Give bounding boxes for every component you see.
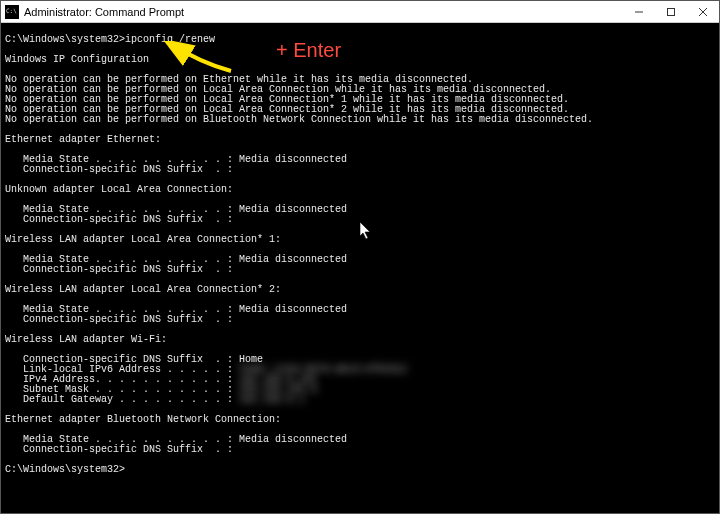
prompt: C:\Windows\system32> bbox=[5, 34, 125, 45]
close-button[interactable] bbox=[687, 1, 719, 22]
window-title: Administrator: Command Prompt bbox=[24, 6, 623, 18]
svg-rect-1 bbox=[668, 8, 675, 15]
cmd-icon bbox=[5, 5, 19, 19]
error-line: No operation can be performed on Bluetoo… bbox=[5, 114, 593, 125]
command-prompt-window: Administrator: Command Prompt C:\Windows… bbox=[0, 0, 720, 514]
adapter-title: Wireless LAN adapter Local Area Connecti… bbox=[5, 234, 281, 245]
prompt: C:\Windows\system32> bbox=[5, 464, 125, 475]
adapter-title: Ethernet adapter Bluetooth Network Conne… bbox=[5, 414, 281, 425]
adapter-title: Wireless LAN adapter Wi-Fi: bbox=[5, 334, 167, 345]
adapter-title: Unknown adapter Local Area Connection: bbox=[5, 184, 233, 195]
typed-command: ipconfig /renew bbox=[125, 34, 215, 45]
svg-marker-5 bbox=[360, 222, 370, 239]
mouse-cursor-icon bbox=[360, 222, 372, 240]
minimize-button[interactable] bbox=[623, 1, 655, 22]
adapter-line: Connection-specific DNS Suffix . : bbox=[5, 214, 233, 225]
adapter-line: Connection-specific DNS Suffix . : bbox=[5, 314, 233, 325]
wifi-gw-value: 192.168.0.1 bbox=[239, 395, 305, 405]
output-heading: Windows IP Configuration bbox=[5, 54, 149, 65]
titlebar[interactable]: Administrator: Command Prompt bbox=[1, 1, 719, 23]
adapter-line: Connection-specific DNS Suffix . : bbox=[5, 164, 233, 175]
window-controls bbox=[623, 1, 719, 22]
adapter-title: Wireless LAN adapter Local Area Connecti… bbox=[5, 284, 281, 295]
annotation-enter-text: + Enter bbox=[276, 45, 341, 55]
console-output[interactable]: C:\Windows\system32>ipconfig /renew Wind… bbox=[1, 23, 719, 513]
adapter-line: Connection-specific DNS Suffix . : bbox=[5, 264, 233, 275]
maximize-button[interactable] bbox=[655, 1, 687, 22]
adapter-title: Ethernet adapter Ethernet: bbox=[5, 134, 161, 145]
adapter-line: Connection-specific DNS Suffix . : bbox=[5, 444, 233, 455]
wifi-gw-label: Default Gateway . . . . . . . . . : bbox=[5, 394, 239, 405]
